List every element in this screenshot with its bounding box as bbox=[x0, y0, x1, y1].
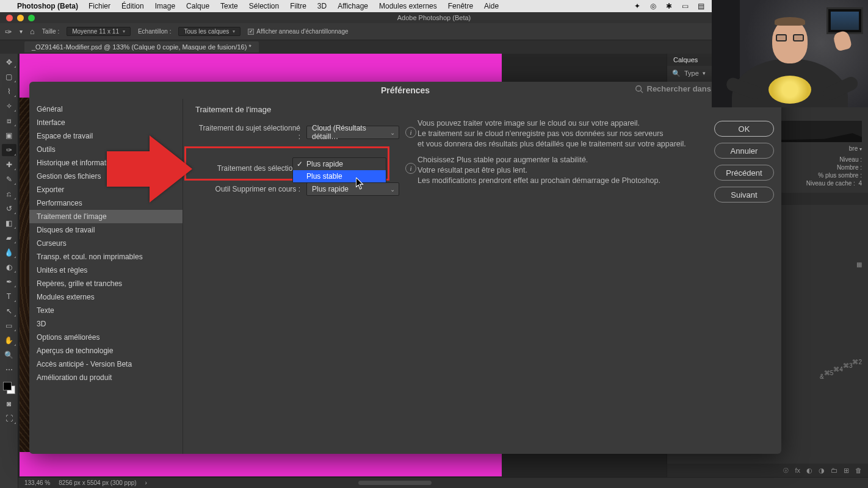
prefs-category[interactable]: Espace de travail bbox=[29, 129, 183, 143]
mask-icon[interactable]: ◐ bbox=[806, 467, 812, 475]
prefs-category[interactable]: Général bbox=[29, 102, 183, 116]
pen-tool-icon[interactable]: ✒ bbox=[2, 276, 16, 288]
brush-tool-icon[interactable]: ✎ bbox=[2, 173, 16, 185]
zoom-window-icon[interactable] bbox=[28, 15, 35, 21]
prefs-category[interactable]: Options améliorées bbox=[29, 331, 183, 344]
row3-dropdown[interactable]: Plus rapide⌄ bbox=[306, 182, 399, 196]
frame-tool-icon[interactable]: ▣ bbox=[2, 129, 16, 142]
quickmask-icon[interactable]: ◙ bbox=[2, 398, 16, 410]
next-button[interactable]: Suivant bbox=[714, 187, 774, 203]
menu-fichier[interactable]: Fichier bbox=[83, 2, 116, 10]
prefs-category[interactable]: Modules externes bbox=[29, 290, 183, 304]
row2-description: Choisissez Plus stable pour augmenter la… bbox=[418, 155, 696, 186]
prefs-category[interactable]: Gestion des fichiers bbox=[29, 170, 183, 183]
taille-label: Taille : bbox=[42, 28, 59, 35]
menu-modules[interactable]: Modules externes bbox=[374, 2, 443, 10]
trash-icon[interactable]: 🗑 bbox=[855, 467, 862, 474]
menu-calque[interactable]: Calque bbox=[181, 2, 215, 10]
status-icon[interactable]: ◎ bbox=[648, 1, 658, 11]
document-tab[interactable]: _OZ91461-Modifier.psd @ 133% (Calque 0 c… bbox=[24, 41, 259, 52]
type-tool-icon[interactable]: T bbox=[2, 290, 16, 303]
stamp-tool-icon[interactable]: ⎌ bbox=[2, 188, 16, 200]
info-icon[interactable]: i bbox=[405, 163, 416, 174]
path-tool-icon[interactable]: ↖ bbox=[2, 305, 16, 317]
status-icon[interactable]: ▭ bbox=[680, 1, 690, 11]
prefs-category[interactable]: Unités et règles bbox=[29, 264, 183, 277]
info-icon[interactable]: i bbox=[405, 127, 416, 138]
prefs-category[interactable]: Exporter bbox=[29, 183, 183, 196]
prefs-category[interactable]: Interface bbox=[29, 116, 183, 129]
minimize-window-icon[interactable] bbox=[17, 15, 24, 21]
menu-affichage[interactable]: Affichage bbox=[332, 2, 374, 10]
prefs-category[interactable]: Texte bbox=[29, 304, 183, 317]
gradient-tool-icon[interactable]: ▰ bbox=[2, 232, 16, 244]
doc-dimensions[interactable]: 8256 px x 5504 px (300 ppp) bbox=[59, 479, 136, 486]
new-layer-icon[interactable]: ⊞ bbox=[844, 467, 849, 475]
prefs-category[interactable]: Curseurs bbox=[29, 237, 183, 250]
traffic-lights[interactable] bbox=[0, 15, 35, 21]
history-brush-icon[interactable]: ↺ bbox=[2, 203, 16, 215]
eyedropper-tool-icon[interactable]: ✑ bbox=[2, 144, 16, 156]
ring-checkbox[interactable]: ✓ Afficher anneau d'échantillonnage bbox=[248, 28, 348, 35]
eyedropper-icon[interactable]: ✑ bbox=[5, 27, 12, 37]
shortcut: ⌘4 bbox=[833, 366, 843, 373]
folder-icon[interactable]: 🗀 bbox=[831, 467, 837, 474]
menu-texte[interactable]: Texte bbox=[215, 2, 244, 10]
taille-dropdown[interactable]: Moyenne 11 x 11 bbox=[67, 27, 131, 36]
adjust-icon[interactable]: ◑ bbox=[819, 467, 825, 475]
screenmode-icon[interactable]: ⛶ bbox=[2, 412, 16, 425]
option-plus-stable[interactable]: Plus stable bbox=[293, 170, 386, 182]
prefs-category[interactable]: Outils bbox=[29, 143, 183, 156]
prefs-category[interactable]: Transp. et coul. non imprimables bbox=[29, 250, 183, 264]
wand-tool-icon[interactable]: ✧ bbox=[2, 100, 16, 112]
prefs-category[interactable]: Traitement de l'image bbox=[29, 210, 183, 223]
status-icon[interactable]: ✱ bbox=[664, 1, 674, 11]
menu-aide[interactable]: Aide bbox=[479, 2, 504, 10]
link-icon[interactable]: ⦾ bbox=[783, 467, 789, 475]
hand-tool-icon[interactable]: ✋ bbox=[2, 334, 16, 346]
menu-3d[interactable]: 3D bbox=[312, 2, 332, 10]
menu-filtre[interactable]: Filtre bbox=[284, 2, 312, 10]
more-tools-icon[interactable]: ⋯ bbox=[2, 364, 16, 376]
prev-button[interactable]: Précédent bbox=[714, 165, 774, 181]
marquee-tool-icon[interactable]: ▢ bbox=[2, 71, 16, 83]
cancel-button[interactable]: Annuler bbox=[714, 143, 774, 159]
close-window-icon[interactable] bbox=[6, 15, 13, 21]
zoom-tool-icon[interactable]: 🔍 bbox=[2, 349, 16, 361]
shape-tool-icon[interactable]: ▭ bbox=[2, 320, 16, 332]
eraser-tool-icon[interactable]: ◧ bbox=[2, 217, 16, 229]
heal-tool-icon[interactable]: ✚ bbox=[2, 159, 16, 171]
echant-dropdown[interactable]: Tous les calques bbox=[178, 27, 241, 36]
prefs-category[interactable]: Accès anticipé - Version Beta bbox=[29, 357, 183, 371]
zoom-level[interactable]: 133,46 % bbox=[24, 479, 50, 486]
lasso-tool-icon[interactable]: ⌇ bbox=[2, 85, 16, 98]
prefs-category[interactable]: Amélioration du produit bbox=[29, 371, 183, 384]
menu-edition[interactable]: Édition bbox=[116, 2, 150, 10]
move-tool-icon[interactable]: ✥ bbox=[2, 56, 16, 68]
status-icon[interactable]: ▤ bbox=[696, 1, 706, 11]
prefs-category[interactable]: Historique et informations bbox=[29, 156, 183, 170]
crop-tool-icon[interactable]: ⧈ bbox=[2, 115, 16, 127]
blur-tool-icon[interactable]: 💧 bbox=[2, 246, 16, 259]
prefs-category[interactable]: Aperçus de technologie bbox=[29, 344, 183, 357]
menu-fenetre[interactable]: Fenêtre bbox=[443, 2, 479, 10]
prefs-category[interactable]: Performances bbox=[29, 196, 183, 210]
status-icon[interactable]: ✦ bbox=[632, 1, 642, 11]
h-scrollbar[interactable] bbox=[358, 481, 432, 485]
prefs-category[interactable]: Disques de travail bbox=[29, 223, 183, 237]
preferences-dialog: Préférences Rechercher dans les préféren… bbox=[29, 82, 781, 454]
app-name[interactable]: Photoshop (Beta) bbox=[12, 2, 83, 10]
ok-button[interactable]: OK bbox=[714, 121, 774, 137]
row1-dropdown[interactable]: Cloud (Résultats détaill…⌄ bbox=[306, 126, 399, 139]
menu-selection[interactable]: Sélection bbox=[244, 2, 284, 10]
dodge-tool-icon[interactable]: ◐ bbox=[2, 261, 16, 273]
row2-dropdown-open[interactable]: Plus rapide Plus stable bbox=[292, 157, 386, 183]
option-plus-rapide[interactable]: Plus rapide bbox=[293, 158, 386, 170]
fx-icon[interactable]: fx bbox=[795, 467, 800, 474]
prefs-category[interactable]: 3D bbox=[29, 317, 183, 331]
prefs-category[interactable]: Repères, grille et tranches bbox=[29, 277, 183, 290]
menu-image[interactable]: Image bbox=[150, 2, 181, 10]
color-swatches[interactable] bbox=[2, 381, 16, 395]
grid-icon[interactable]: ▦ bbox=[856, 261, 862, 268]
home-icon[interactable]: ⌂ bbox=[30, 27, 35, 36]
